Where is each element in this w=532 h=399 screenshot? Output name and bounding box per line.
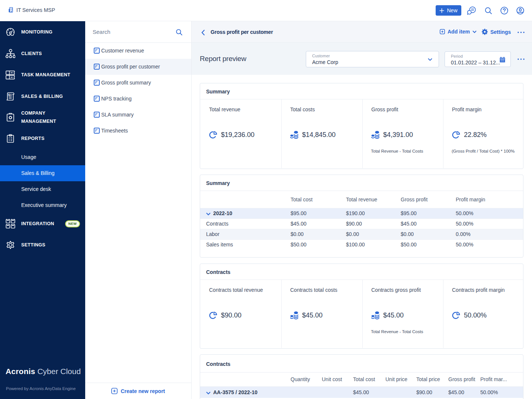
svg-text:$: $ — [8, 93, 10, 97]
